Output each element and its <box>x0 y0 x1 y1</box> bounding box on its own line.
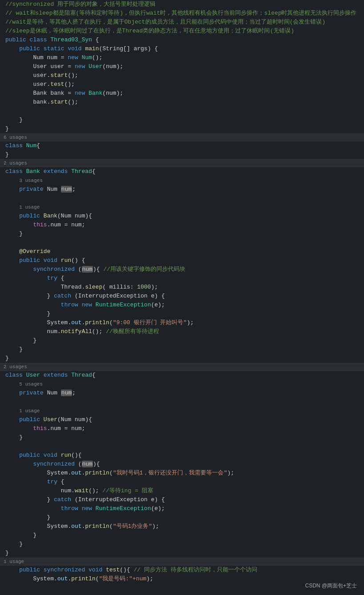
code-token <box>5 266 33 273</box>
line-content: } <box>4 125 364 133</box>
code-token: ); <box>152 523 159 530</box>
code-token: (); <box>68 72 78 79</box>
code-token: private <box>19 390 47 396</box>
code-token: Num <box>47 390 61 396</box>
line-content: class Num{ <box>4 141 364 150</box>
code-token <box>5 567 19 573</box>
code-token: User <box>26 372 44 378</box>
code-token: (Num num){ <box>57 213 92 219</box>
code-token: (num); <box>102 90 123 96</box>
code-line: //wait是等待，等其他人挤了在执行，是属于Object的成员方法，且只能在同… <box>0 18 364 27</box>
code-line: private Num num; <box>0 389 364 398</box>
code-token: class <box>5 372 26 378</box>
code-token <box>5 381 19 387</box>
code-token: //wait是等待，等其他人挤了在执行，是属于Object的成员方法，且只能在同… <box>5 19 325 25</box>
code-token <box>5 461 33 467</box>
code-token: out <box>71 319 81 326</box>
code-line: public void run(){ <box>0 451 364 460</box>
code-token: wait <box>75 487 88 494</box>
code-line: public synchronized void test(){ // 同步方法… <box>0 566 364 575</box>
code-token: synchronized 用于同步的对象，大括号里时处理逻辑 <box>12 1 156 8</box>
line-content: 1 usage <box>4 203 364 212</box>
code-token: { <box>36 142 40 149</box>
code-token: Num <box>26 142 36 149</box>
code-token: (String[] args) { <box>99 45 158 52</box>
line-content: // wait和sleep都是阻塞(等待和定时等待)，但执行wait时，其他线程… <box>4 9 364 18</box>
code-line: } <box>0 531 364 540</box>
code-line: //synchronized 用于同步的对象，大括号里时处理逻辑 <box>0 0 364 9</box>
code-line: Thread.sleep( millis: 1000); <box>0 283 364 292</box>
line-content: num.notifyAll(); //唤醒所有等待进程 <box>4 327 364 336</box>
line-content <box>4 238 364 247</box>
code-token: @Override <box>19 248 50 255</box>
code-token: (Num num){ <box>57 416 92 423</box>
code-line: System.out.println("我时号码1，银行还没开门，我需要等一会"… <box>0 469 364 478</box>
code-token: (e); <box>151 505 165 512</box>
code-token <box>5 390 19 396</box>
code-token: class <box>5 168 26 175</box>
code-token: throw <box>61 302 82 308</box>
code-token <box>5 478 47 485</box>
line-content: private Num num; <box>4 389 364 398</box>
code-token: extends <box>44 168 71 175</box>
line-content: } <box>4 513 364 522</box>
code-token: void <box>44 257 61 264</box>
code-token: } <box>5 532 36 539</box>
code-line <box>0 238 364 247</box>
line-content <box>4 107 364 116</box>
code-token: (); <box>92 328 102 335</box>
code-line: public static void main(String[] args) { <box>0 44 364 53</box>
code-line <box>0 194 364 203</box>
code-token: } <box>5 125 9 132</box>
code-line: } <box>0 336 364 345</box>
code-token <box>5 257 19 264</box>
code-line: 1 usage <box>0 203 364 212</box>
line-content: @Override <box>4 247 364 256</box>
code-token: ); <box>227 470 234 476</box>
code-token: } <box>5 541 23 547</box>
code-token: } <box>5 434 23 441</box>
code-token: this <box>33 425 47 432</box>
code-token: "9:00 银行开门 开始叫号" <box>113 319 187 326</box>
line-content: } <box>4 549 364 558</box>
code-token: void <box>88 567 106 573</box>
code-line: Num num = new Num(); <box>0 53 364 62</box>
usage-bar: 1 usage <box>0 558 364 566</box>
code-token: extends <box>44 372 71 378</box>
code-token: synchronized <box>33 266 78 273</box>
code-token: User <box>88 63 102 70</box>
line-content: System.out.println("我时号码1，银行还没开门，我需要等一会"… <box>4 469 364 478</box>
line-content: 5 usages <box>4 380 364 389</box>
code-line: } <box>0 125 364 133</box>
code-line: Bank bank = new Bank(num); <box>0 89 364 98</box>
line-content: class User extends Thread{ <box>4 371 364 380</box>
code-token: } <box>5 310 50 317</box>
line-content: 3 usages <box>4 176 364 185</box>
line-content: num.wait(); //等待ing = 阻塞 <box>4 486 364 495</box>
code-token: System. <box>5 523 71 530</box>
code-token: } <box>5 346 23 353</box>
code-line <box>0 442 364 451</box>
code-token: synchronized <box>33 461 78 467</box>
code-token: num <box>61 390 72 396</box>
code-container: //synchronized 用于同步的对象，大括号里时处理逻辑// wait和… <box>0 0 364 583</box>
code-token: test <box>106 567 120 573</box>
line-content: } <box>4 336 364 345</box>
line-content: } <box>4 229 364 238</box>
code-token: Bank <box>26 168 44 175</box>
line-content: Bank bank = new Bank(num); <box>4 89 364 98</box>
code-token: run <box>61 452 71 458</box>
code-token: (InterruptedException e) { <box>75 496 165 503</box>
code-token <box>5 248 19 255</box>
line-content: //synchronized 用于同步的对象，大括号里时处理逻辑 <box>4 0 364 9</box>
line-content: private Num num; <box>4 185 364 194</box>
code-line: class Num{ <box>0 141 364 150</box>
usage-bar: 2 usages <box>0 159 364 167</box>
code-token: } <box>5 514 50 521</box>
line-content: //wait是等待，等其他人挤了在执行，是属于Object的成员方法，且只能在同… <box>4 18 364 27</box>
line-content: } <box>4 354 364 363</box>
line-content: throw new RuntimeException(e); <box>4 504 364 513</box>
code-line: num.notifyAll(); //唤醒所有等待进程 <box>0 327 364 336</box>
code-line: @Override <box>0 247 364 256</box>
line-content: 1 usage <box>4 406 364 415</box>
